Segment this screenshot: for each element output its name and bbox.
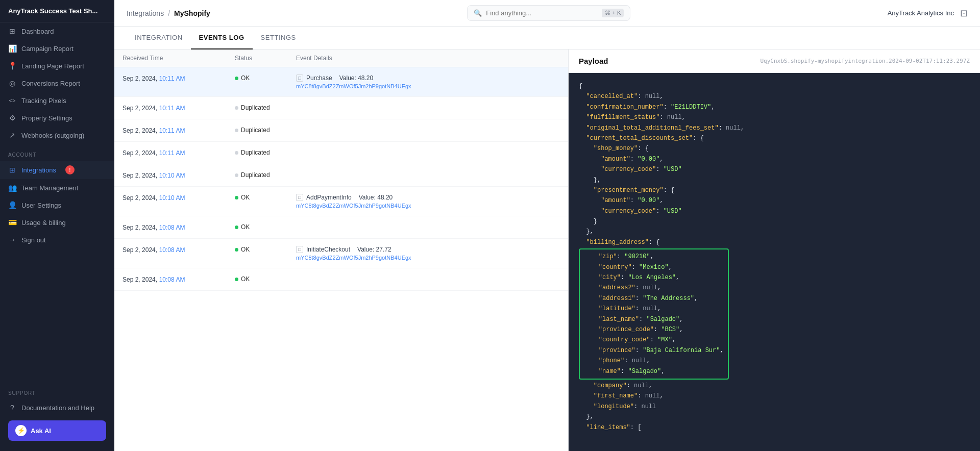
ask-ai-label: Ask AI [31,427,51,435]
table-row[interactable]: Sep 2, 2024, 10:10 AM Duplicated [114,164,568,187]
table-row[interactable]: Sep 2, 2024, 10:11 AM Duplicated [114,142,568,164]
event-link[interactable]: mYC8t8gvBdZ2ZmWOf5Jm2hP9gotNB4UEgx [296,203,560,209]
sidebar-item-label: Team Management [21,184,78,192]
status-dot-ok [235,196,238,199]
sidebar-item-sign-out[interactable]: → Sign out [0,231,114,248]
status-dot-ok [235,278,238,281]
table-row[interactable]: Sep 2, 2024, 10:08 AM OK [114,216,568,239]
search-icon: 🔍 [474,9,482,17]
sidebar-item-conversions-report[interactable]: ◎ Conversions Report [0,74,114,92]
table-row[interactable]: Sep 2, 2024, 10:11 AM OK □ Purchase Valu… [114,67,568,97]
sidebar-item-user-settings[interactable]: 👤 User Settings [0,196,114,214]
event-value: Value: 48.20 [339,74,374,82]
status-badge: Duplicated [235,104,296,111]
status-text: Duplicated [241,127,270,134]
sidebar-item-property-settings[interactable]: ⚙ Property Settings [0,109,114,127]
payload-code: { "cancelled_at": null, "confirmation_nu… [569,73,980,451]
table-row[interactable]: Sep 2, 2024, 10:11 AM Duplicated [114,97,568,119]
event-name: □ Purchase Value: 48.20 [296,74,560,82]
row-time: 10:11 AM [159,127,185,134]
help-icon: ? [8,404,16,412]
tab-integration[interactable]: INTEGRATION [127,27,191,49]
topbar-right: AnyTrack Analytics Inc ⊡ [888,8,968,19]
sidebar-item-campaign-report[interactable]: 📊 Campaign Report [0,40,114,57]
sidebar-item-label: User Settings [21,202,61,209]
status-text: OK [241,223,250,231]
tab-settings[interactable]: SETTINGS [253,27,304,49]
event-name: □ AddPaymentInfo Value: 48.20 [296,194,560,201]
sidebar-item-documentation[interactable]: ? Documentation and Help [0,399,114,416]
time-cell: Sep 2, 2024, 10:08 AM [122,246,235,254]
event-link[interactable]: mYC8t8gvBdZ2ZmWOf5Jm2hP9gotNB4UEgx [296,255,560,261]
sidebar-item-label: Sign out [21,236,46,244]
event-detail: □ AddPaymentInfo Value: 48.20 mYC8t8gvBd… [296,194,560,209]
sidebar-item-dashboard[interactable]: ⊞ Dashboard [0,22,114,40]
sidebar-header: AnyTrack Success Test Sh... [0,0,114,22]
event-value: Value: 48.20 [359,194,393,201]
status-text: OK [241,275,250,283]
row-time: 10:11 AM [159,75,185,82]
webhook-icon: ↗ [8,131,16,139]
org-name: AnyTrack Analytics Inc [888,9,954,17]
sidebar-item-landing-page-report[interactable]: 📍 Landing Page Report [0,57,114,74]
time-cell: Sep 2, 2024, 10:11 AM [122,149,235,157]
row-time: 10:08 AM [159,246,185,254]
tab-bar: INTEGRATION EVENTS LOG SETTINGS [114,27,980,49]
account-section-label: Account [0,144,114,161]
sidebar-item-label: Dashboard [21,28,54,35]
sidebar-item-label: Campaign Report [21,45,74,53]
sidebar-bottom: Support ? Documentation and Help ⚡ Ask A… [0,382,114,451]
row-time: 10:08 AM [159,224,185,231]
sidebar-item-integrations[interactable]: ⊞ Integrations ! [0,161,114,179]
status-badge: OK [235,194,296,201]
status-badge: OK [235,74,296,82]
breadcrumb: Integrations / MyShopify [127,9,210,17]
status-badge: OK [235,223,296,231]
integrations-icon: ⊞ [8,166,16,174]
sidebar-item-tracking-pixels[interactable]: <> Tracking Pixels [0,92,114,109]
breadcrumb-parent[interactable]: Integrations [127,9,164,17]
sidebar-item-team-management[interactable]: 👥 Team Management [0,179,114,196]
breadcrumb-separator: / [168,9,170,17]
table-row[interactable]: Sep 2, 2024, 10:08 AM OK [114,268,568,291]
search-input[interactable] [486,9,598,17]
time-cell: Sep 2, 2024, 10:10 AM [122,171,235,179]
integrations-badge: ! [65,165,75,174]
event-link[interactable]: mYC8t8gvBdZ2ZmWOf5Jm2hP9gotNB4UEgx [296,83,560,89]
search-shortcut: ⌘ + K [602,9,624,17]
table-row[interactable]: Sep 2, 2024, 10:10 AM OK □ AddPaymentInf… [114,187,568,216]
table-header: Received Time Status Event Details [114,49,568,67]
status-text: Duplicated [241,149,270,156]
tab-events-log[interactable]: EVENTS LOG [191,27,253,49]
sidebar-item-label: Tracking Pixels [21,97,66,105]
row-date: Sep 2, 2024, [122,246,157,254]
event-type-icon: □ [296,246,303,253]
breadcrumb-current: MyShopify [174,9,210,17]
sidebar-item-label: Landing Page Report [21,62,84,70]
row-date: Sep 2, 2024, [122,105,157,112]
app-title: AnyTrack Success Test Sh... [8,7,106,15]
table-row[interactable]: Sep 2, 2024, 10:08 AM OK □ InitiateCheck… [114,239,568,268]
event-detail: □ Purchase Value: 48.20 mYC8t8gvBdZ2ZmWO… [296,74,560,89]
col-status: Status [235,55,296,62]
status-dot-dup [235,129,238,132]
event-type-icon: □ [296,194,303,201]
row-time: 10:11 AM [159,149,185,157]
status-dot-dup [235,151,238,155]
table-row[interactable]: Sep 2, 2024, 10:11 AM Duplicated [114,119,568,142]
row-date: Sep 2, 2024, [122,127,157,134]
time-cell: Sep 2, 2024, 10:08 AM [122,275,235,283]
status-badge: Duplicated [235,149,296,156]
row-time: 10:10 AM [159,172,185,179]
status-badge: Duplicated [235,127,296,134]
status-dot-dup [235,106,238,110]
exit-button[interactable]: ⊡ [960,8,968,19]
sidebar-item-webhooks[interactable]: ↗ Webhooks (outgoing) [0,127,114,144]
status-text: OK [241,246,250,253]
sidebar-item-usage-billing[interactable]: 💳 Usage & billing [0,214,114,231]
event-name: □ InitiateCheckout Value: 27.72 [296,246,560,253]
row-date: Sep 2, 2024, [122,224,157,231]
ask-ai-button[interactable]: ⚡ Ask AI [8,420,106,441]
row-time: 10:10 AM [159,194,185,202]
time-cell: Sep 2, 2024, 10:10 AM [122,194,235,202]
